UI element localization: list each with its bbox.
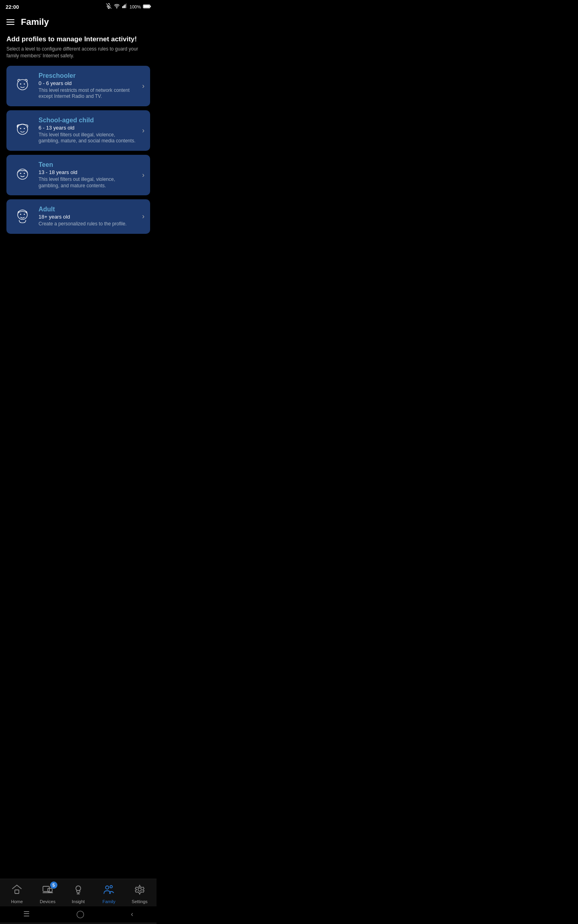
mute-icon bbox=[106, 3, 112, 10]
page-heading: Add profiles to manage Internet activity… bbox=[6, 35, 150, 43]
svg-rect-23 bbox=[15, 890, 19, 894]
status-time: 22:00 bbox=[6, 4, 19, 10]
settings-icon bbox=[134, 884, 145, 897]
nav-item-home[interactable]: Home bbox=[5, 883, 29, 904]
svg-rect-10 bbox=[144, 5, 150, 8]
svg-point-21 bbox=[20, 214, 21, 215]
profile-age: 0 - 6 years old bbox=[39, 80, 136, 86]
nav-label-settings: Settings bbox=[132, 899, 148, 904]
profile-name: School-aged child bbox=[39, 117, 136, 124]
signal-icon bbox=[122, 3, 128, 10]
profile-info-teen: Teen 13 - 18 years old This level filter… bbox=[39, 161, 136, 189]
svg-point-3 bbox=[116, 8, 117, 8]
android-nav: ☰ ◯ ‹ bbox=[0, 906, 157, 922]
nav-label-family: Family bbox=[102, 899, 115, 904]
menu-button[interactable] bbox=[6, 19, 14, 25]
profile-age: 18+ years old bbox=[39, 214, 136, 220]
nav-icon-wrap-home bbox=[10, 883, 24, 898]
profile-icon-preschooler bbox=[12, 75, 33, 96]
svg-point-19 bbox=[24, 173, 25, 174]
profile-cards-container: Preschooler 0 - 6 years old This level r… bbox=[6, 66, 150, 234]
profile-description: This level filters out illegal, violence… bbox=[39, 132, 136, 144]
android-menu-button[interactable]: ☰ bbox=[23, 910, 30, 918]
nav-item-devices[interactable]: 5 Devices bbox=[36, 883, 60, 904]
nav-icon-wrap-family bbox=[102, 883, 116, 898]
profile-name: Preschooler bbox=[39, 72, 136, 79]
svg-rect-4 bbox=[122, 6, 123, 8]
nav-item-family[interactable]: Family bbox=[97, 883, 121, 904]
chevron-right-icon: › bbox=[142, 212, 144, 221]
profile-age: 6 - 13 years old bbox=[39, 125, 136, 131]
svg-point-31 bbox=[110, 886, 112, 888]
nav-item-insight[interactable]: Insight bbox=[66, 883, 90, 904]
svg-point-32 bbox=[138, 888, 141, 891]
profile-description: Create a personalized rules to the profi… bbox=[39, 221, 136, 227]
profile-info-adult: Adult 18+ years old Create a personalize… bbox=[39, 206, 136, 227]
svg-point-22 bbox=[24, 214, 25, 215]
nav-item-settings[interactable]: Settings bbox=[128, 883, 152, 904]
profile-card-school[interactable]: School-aged child 6 - 13 years old This … bbox=[6, 110, 150, 151]
profile-icon-school bbox=[12, 120, 33, 141]
profile-age: 13 - 18 years old bbox=[39, 169, 136, 175]
android-home-button[interactable]: ◯ bbox=[76, 910, 84, 918]
profile-icon-adult bbox=[12, 206, 33, 227]
android-back-button[interactable]: ‹ bbox=[131, 910, 133, 918]
nav-label-insight: Insight bbox=[72, 899, 85, 904]
svg-point-12 bbox=[20, 83, 21, 85]
nav-icon-wrap-insight bbox=[71, 883, 85, 898]
svg-point-16 bbox=[24, 128, 25, 129]
page-subheading: Select a level to configure different ac… bbox=[6, 46, 150, 59]
svg-point-15 bbox=[20, 128, 21, 129]
main-content: Add profiles to manage Internet activity… bbox=[0, 31, 157, 234]
svg-point-13 bbox=[24, 83, 25, 85]
profile-name: Adult bbox=[39, 206, 136, 213]
profile-info-preschooler: Preschooler 0 - 6 years old This level r… bbox=[39, 72, 136, 100]
nav-items: Home 5 Devices Insight bbox=[0, 883, 157, 904]
svg-rect-7 bbox=[126, 4, 126, 8]
chevron-right-icon: › bbox=[142, 82, 144, 90]
nav-badge-devices: 5 bbox=[50, 881, 57, 889]
profile-description: This level filters out illegal, violence… bbox=[39, 176, 136, 189]
nav-label-devices: Devices bbox=[40, 899, 55, 904]
profile-description: This level restricts most of network con… bbox=[39, 87, 136, 100]
svg-point-30 bbox=[106, 886, 109, 889]
svg-point-11 bbox=[17, 80, 28, 90]
svg-rect-5 bbox=[123, 5, 124, 8]
nav-icon-wrap-devices: 5 bbox=[41, 883, 55, 898]
svg-point-27 bbox=[76, 886, 81, 891]
svg-rect-6 bbox=[124, 4, 125, 8]
page-title: Family bbox=[21, 17, 49, 27]
battery-full-icon bbox=[143, 3, 151, 10]
bottom-nav: Home 5 Devices Insight bbox=[0, 879, 157, 924]
chevron-right-icon: › bbox=[142, 171, 144, 179]
home-icon bbox=[11, 884, 22, 897]
profile-name: Teen bbox=[39, 161, 136, 168]
svg-point-14 bbox=[17, 124, 28, 135]
family-icon bbox=[103, 884, 114, 897]
chevron-right-icon: › bbox=[142, 126, 144, 135]
svg-rect-9 bbox=[150, 6, 151, 7]
profile-icon-teen bbox=[12, 165, 33, 186]
insight-icon bbox=[73, 884, 84, 897]
profile-info-school: School-aged child 6 - 13 years old This … bbox=[39, 117, 136, 144]
svg-point-18 bbox=[20, 173, 21, 174]
profile-card-adult[interactable]: Adult 18+ years old Create a personalize… bbox=[6, 199, 150, 234]
wifi-icon bbox=[114, 3, 120, 10]
status-icons: 100% bbox=[106, 3, 151, 10]
profile-card-teen[interactable]: Teen 13 - 18 years old This level filter… bbox=[6, 155, 150, 195]
battery-icon: 100% bbox=[130, 4, 141, 9]
status-bar: 22:00 bbox=[0, 0, 157, 13]
header: Family bbox=[0, 13, 157, 31]
nav-label-home: Home bbox=[11, 899, 23, 904]
nav-icon-wrap-settings bbox=[132, 883, 147, 898]
svg-rect-24 bbox=[43, 886, 49, 892]
profile-card-preschooler[interactable]: Preschooler 0 - 6 years old This level r… bbox=[6, 66, 150, 106]
